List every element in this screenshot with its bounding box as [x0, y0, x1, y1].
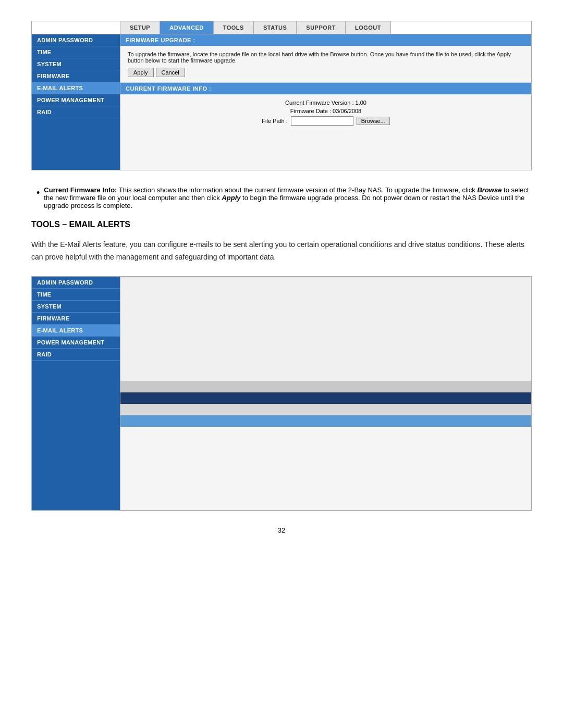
current-firmware-header: Current Firmware Info : [120, 83, 531, 94]
sidebar-item-power-management[interactable]: Power Management [32, 94, 120, 106]
nav-spacer [32, 21, 120, 34]
current-firmware-info-bold: Current Firmware Info: [44, 186, 117, 194]
ea-sidebar-item-power[interactable]: Power Management [32, 337, 120, 349]
firmware-upgrade-body: To upgrade the firmware, locate the upgr… [120, 46, 531, 83]
apply-bold: Apply [222, 194, 240, 202]
sidebar-item-time[interactable]: Time [32, 46, 120, 58]
tools-email-alerts-title: TOOLS – EMAIL ALERTS [31, 220, 532, 229]
firmware-upgrade-description: To upgrade the firmware, locate the upgr… [128, 51, 524, 64]
row-dark-blue-1 [120, 392, 531, 404]
tools-email-alerts-description: With the E-Mail Alerts feature, you can … [31, 239, 532, 264]
firmware-description-text: Current Firmware Info: This section show… [44, 186, 532, 209]
row-light-gray-1 [120, 404, 531, 415]
page-number: 32 [31, 526, 532, 534]
nav-bar: Setup Advanced Tools Status Support Logo… [32, 21, 531, 34]
sidebar-item-admin-password[interactable]: Admin Password [32, 34, 120, 46]
email-alerts-bottom-area [120, 427, 531, 510]
firmware-description-section: • Current Firmware Info: This section sh… [36, 186, 532, 209]
row-gray-1 [120, 381, 531, 392]
tab-setup[interactable]: Setup [120, 21, 160, 34]
desc-text1: This section shows the information about… [119, 186, 478, 194]
firmware-button-row: Apply Cancel [128, 68, 524, 77]
firmware-upgrade-header: Firmware Upgrade : [120, 34, 531, 46]
browse-bold: Browse [477, 186, 501, 194]
content-area: Firmware Upgrade : To upgrade the firmwa… [120, 34, 531, 170]
ea-sidebar-item-email[interactable]: E-Mail Alerts [32, 325, 120, 337]
email-alerts-content [120, 277, 531, 510]
ea-sidebar-item-raid[interactable]: RAID [32, 349, 120, 361]
sidebar-item-firmware[interactable]: Firmware [32, 70, 120, 82]
ea-sidebar-item-system[interactable]: System [32, 301, 120, 313]
cancel-button[interactable]: Cancel [156, 68, 185, 77]
email-alerts-main: Admin Password Time System Firmware E-Ma… [32, 277, 531, 510]
sidebar-item-raid[interactable]: RAID [32, 106, 120, 118]
nas-panel-firmware: Setup Advanced Tools Status Support Logo… [31, 21, 532, 170]
file-path-row: File Path : Browse... [128, 116, 524, 126]
sidebar-item-email-alerts[interactable]: E-Mail Alerts [32, 82, 120, 94]
firmware-date: Firmware Date : 03/06/2008 [128, 108, 524, 114]
file-path-label: File Path : [262, 118, 288, 124]
browse-button[interactable]: Browse... [357, 117, 390, 125]
row-medium-blue-1 [120, 415, 531, 427]
tab-support[interactable]: Support [297, 21, 346, 34]
nav-tabs: Setup Advanced Tools Status Support Logo… [120, 21, 531, 34]
ea-sidebar-item-firmware[interactable]: Firmware [32, 313, 120, 325]
desc-text3: to begin the firmware upgrade process. [242, 194, 362, 202]
firmware-version: Current Firmware Version : 1.00 [128, 100, 524, 106]
tab-advanced[interactable]: Advanced [160, 21, 214, 34]
current-firmware-body: Current Firmware Version : 1.00 Firmware… [120, 94, 531, 157]
bullet-icon: • [36, 186, 40, 200]
apply-button[interactable]: Apply [128, 68, 154, 77]
tab-tools[interactable]: Tools [214, 21, 254, 34]
email-alerts-top-area [120, 277, 531, 381]
main-area: Admin Password Time System Firmware E-Ma… [32, 34, 531, 170]
nas-panel-email-alerts: Admin Password Time System Firmware E-Ma… [31, 276, 532, 511]
tab-status[interactable]: Status [254, 21, 297, 34]
tab-logout[interactable]: Logout [346, 21, 391, 34]
sidebar: Admin Password Time System Firmware E-Ma… [32, 34, 120, 170]
ea-sidebar-item-admin[interactable]: Admin Password [32, 277, 120, 289]
sidebar-item-system[interactable]: System [32, 58, 120, 70]
email-alerts-sidebar: Admin Password Time System Firmware E-Ma… [32, 277, 120, 510]
ea-sidebar-item-time[interactable]: Time [32, 289, 120, 301]
file-path-input[interactable] [291, 116, 353, 126]
